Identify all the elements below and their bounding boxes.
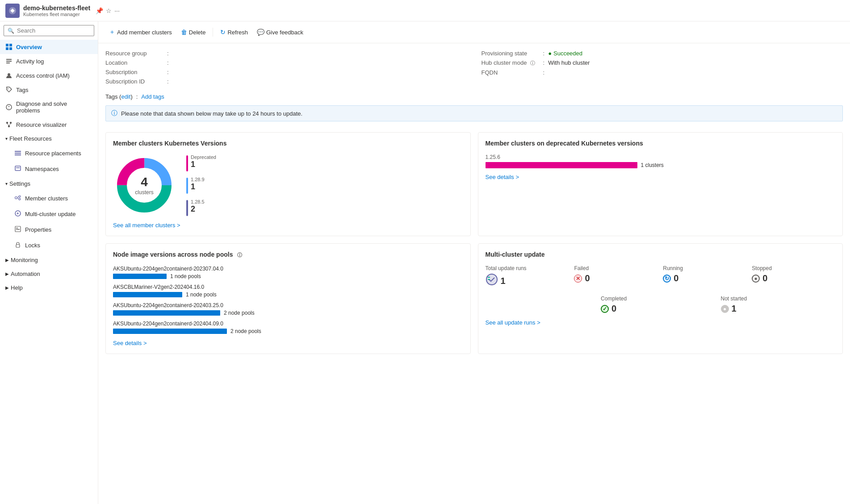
automation-chevron: ▶ <box>5 271 9 276</box>
add-icon: ＋ <box>109 28 115 36</box>
donut-sublabel: clusters <box>135 189 153 196</box>
resource-visualizer-label: Resource visualizer <box>16 121 67 128</box>
sidebar-item-resource-placements[interactable]: Resource placements <box>0 146 98 161</box>
svg-rect-5 <box>9 47 12 50</box>
more-icon[interactable]: ··· <box>114 7 120 14</box>
see-details-deprecated-link[interactable]: See details > <box>486 174 836 180</box>
legend-item-deprecated: Deprecated 1 <box>186 154 216 171</box>
stat-stopped-num: 0 <box>762 273 767 283</box>
see-all-member-clusters-link[interactable]: See all member clusters > <box>113 222 463 229</box>
monitoring-header[interactable]: ▶ Monitoring <box>0 253 98 267</box>
legend-color-1289 <box>186 178 188 194</box>
app-title-block: demo-kubernetes-fleet Kubernetes fleet m… <box>23 4 90 17</box>
dep-bar-row: 1 clusters <box>486 162 836 168</box>
legend-label-deprecated: Deprecated <box>191 154 216 160</box>
app-title-main: demo-kubernetes-fleet <box>23 4 90 12</box>
donut-section: 4 clusters Deprecated 1 <box>113 154 463 217</box>
see-details-node-link[interactable]: See details > <box>113 340 463 346</box>
sidebar-nav: Overview Activity log Access control (IA… <box>0 40 98 504</box>
stopped-icon: ● <box>752 275 760 283</box>
node-bar-row-1: 1 node pools <box>113 292 463 298</box>
settings-chevron: ▾ <box>5 181 8 186</box>
settings-header[interactable]: ▾ Settings <box>0 177 98 191</box>
stat-total-label: Total update runs <box>486 265 569 271</box>
sidebar-item-multi-cluster-update[interactable]: Multi-cluster update <box>0 206 98 222</box>
node-label-3: AKSUbuntu-2204gen2containerd-202404.09.0 <box>113 321 463 327</box>
sidebar-item-access-control[interactable]: Access control (IAM) <box>0 68 98 83</box>
svg-rect-31 <box>16 245 20 247</box>
stat-stopped-label: Stopped <box>752 265 835 271</box>
dep-bar-clusters: 1 clusters <box>641 162 664 168</box>
add-member-clusters-button[interactable]: ＋ Add member clusters <box>105 26 176 38</box>
total-icon <box>486 273 498 288</box>
sidebar-item-activity-log[interactable]: Activity log <box>0 54 98 68</box>
svg-rect-4 <box>6 47 8 50</box>
sidebar-item-overview[interactable]: Overview <box>0 40 98 54</box>
info-icon: ⓘ <box>111 109 117 117</box>
update-stats-row1: Total update runs <box>486 265 836 288</box>
multi-cluster-update-icon <box>14 210 21 218</box>
search-box[interactable]: 🔍 <box>4 25 94 36</box>
search-icon: 🔍 <box>8 28 14 34</box>
donut-label: 4 clusters <box>135 175 153 196</box>
node-pools-1: 1 node pools <box>186 292 217 298</box>
sidebar-item-tags[interactable]: Tags <box>0 83 98 97</box>
stat-total-value: 1 <box>486 273 569 288</box>
legend-label-1289: 1.28.9 <box>191 177 205 182</box>
node-bar-row-3: 2 node pools <box>113 328 463 334</box>
legend-item-1289: 1.28.9 1 <box>186 177 216 194</box>
resource-placements-label: Resource placements <box>25 150 81 157</box>
add-tags-link[interactable]: Add tags <box>141 93 164 100</box>
stat-stopped-value: ● 0 <box>752 273 835 283</box>
delete-button[interactable]: 🗑 Delete <box>177 26 209 38</box>
sidebar-item-locks[interactable]: Locks <box>0 237 98 253</box>
multi-cluster-update-label: Multi-cluster update <box>25 211 75 217</box>
cards-grid: Member clusters Kubernetes Versions 4 <box>98 125 850 361</box>
node-label-2: AKSUbuntu-2204gen2containerd-202403.25.0 <box>113 302 463 308</box>
fleet-resources-chevron: ▾ <box>5 136 8 141</box>
fleet-resources-header[interactable]: ▾ Fleet Resources <box>0 132 98 146</box>
feedback-button[interactable]: 💬 Give feedback <box>253 26 307 38</box>
pin-icon[interactable]: 📌 <box>96 7 103 14</box>
legend-text-deprecated: Deprecated 1 <box>191 154 216 169</box>
stat-failed-value: ✕ 0 <box>574 273 657 283</box>
node-item-1: AKSCBLMariner-V2gen2-202404.16.0 1 node … <box>113 284 463 298</box>
help-chevron: ▶ <box>5 285 9 290</box>
stat-total-num: 1 <box>501 276 506 286</box>
legend-items: Deprecated 1 1.28.9 1 <box>186 154 216 216</box>
props-right: Provisioning state : ● Succeeded Hub clu… <box>482 49 843 86</box>
see-all-update-runs-link[interactable]: See all update runs > <box>486 319 836 326</box>
app-title-sub: Kubernetes fleet manager <box>23 12 90 17</box>
sidebar-item-properties[interactable]: Properties <box>0 222 98 237</box>
subscription-id-label: Subscription ID <box>105 78 163 85</box>
automation-header[interactable]: ▶ Automation <box>0 267 98 281</box>
help-header[interactable]: ▶ Help <box>0 281 98 295</box>
node-label-0: AKSUbuntu-2204gen2containerd-202307.04.0 <box>113 266 463 272</box>
svg-rect-17 <box>15 151 21 152</box>
sidebar-item-diagnose[interactable]: Diagnose and solve problems <box>0 97 98 117</box>
svg-rect-6 <box>6 59 12 60</box>
props-left: Resource group : Location : Subscription… <box>105 49 467 86</box>
svg-line-15 <box>7 124 9 125</box>
monitoring-chevron: ▶ <box>5 258 9 262</box>
donut-total: 4 <box>135 175 153 189</box>
star-icon[interactable]: ☆ <box>106 7 112 14</box>
prop-provisioning-state: Provisioning state : ● Succeeded <box>482 49 843 58</box>
search-input[interactable] <box>17 27 90 34</box>
topbar-icons: 📌 ☆ ··· <box>96 7 120 14</box>
info-banner: ⓘ Please note that data shown below may … <box>105 105 843 121</box>
sidebar-item-resource-visualizer[interactable]: Resource visualizer <box>0 117 98 132</box>
sidebar-item-namespaces[interactable]: Namespaces <box>0 161 98 177</box>
svg-rect-13 <box>10 122 12 124</box>
member-clusters-card-title: Member clusters Kubernetes Versions <box>113 140 463 147</box>
prop-subscription-id: Subscription ID : <box>105 77 467 86</box>
legend-label-1285: 1.28.5 <box>191 199 205 204</box>
legend-color-deprecated <box>186 155 188 171</box>
deprecated-card: Member clusters on deprecated Kubernetes… <box>478 132 843 236</box>
prop-hub-cluster-mode: Hub cluster mode ⓘ : With hub cluster <box>482 58 843 68</box>
refresh-button[interactable]: ↻ Refresh <box>217 26 251 38</box>
svg-point-23 <box>19 196 21 197</box>
access-control-icon <box>5 72 13 79</box>
tags-edit-link[interactable]: edit <box>121 93 130 100</box>
sidebar-item-member-clusters[interactable]: Member clusters <box>0 191 98 206</box>
